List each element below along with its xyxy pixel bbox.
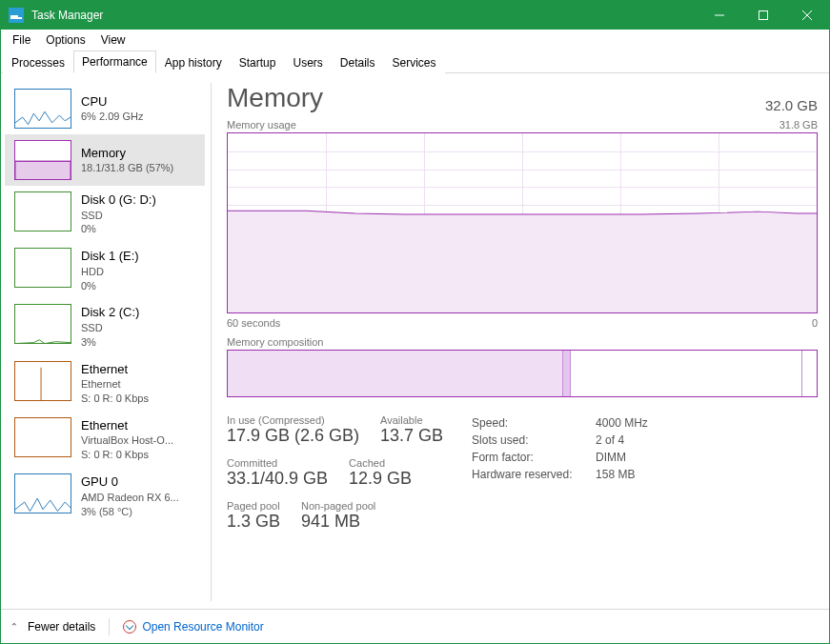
x-right: 0 <box>812 317 818 329</box>
committed-label: Committed <box>227 457 328 469</box>
detail-key: Hardware reserved: <box>472 466 596 483</box>
nonpaged-value: 941 MB <box>301 512 375 532</box>
sidebar-item-sub2: 0% <box>81 279 139 293</box>
menu-view[interactable]: View <box>93 31 133 49</box>
minigraph-icon <box>14 417 71 457</box>
detail-val: DIMM <box>596 449 626 466</box>
minigraph-icon <box>14 473 71 513</box>
tab-startup[interactable]: Startup <box>231 51 285 73</box>
inuse-label: In use (Compressed) <box>227 414 359 426</box>
page-title: Memory <box>227 83 323 113</box>
menu-options[interactable]: Options <box>38 31 92 49</box>
tab-services[interactable]: Services <box>384 51 445 73</box>
sidebar-item-sub2: 3% <box>81 335 139 350</box>
tab-app-history[interactable]: App history <box>156 51 231 73</box>
minimize-button[interactable] <box>698 1 741 30</box>
sidebar-item-disk-1-e-[interactable]: Disk 1 (E:) HDD 0% <box>5 242 205 298</box>
detail-key: Slots used: <box>472 432 596 449</box>
sidebar-item-title: Ethernet <box>81 361 149 378</box>
usage-label: Memory usage <box>227 119 296 131</box>
chevron-up-icon[interactable]: ⌄ <box>10 621 18 632</box>
resource-monitor-icon <box>123 620 136 634</box>
minigraph-icon <box>14 140 71 180</box>
menu-file[interactable]: File <box>5 31 38 49</box>
sidebar-item-title: Disk 0 (G: D:) <box>81 191 156 209</box>
sidebar-item-ethernet[interactable]: Ethernet Ethernet S: 0 R: 0 Kbps <box>5 355 205 412</box>
sidebar-item-sub2: S: 0 R: 0 Kbps <box>81 448 173 462</box>
sidebar-item-sub: VirtualBox Host-O... <box>81 433 173 448</box>
detail-val: 2 of 4 <box>596 432 624 449</box>
minigraph-icon <box>14 361 71 401</box>
minigraph-icon <box>14 304 71 344</box>
memory-details-table: Speed:4000 MHzSlots used:2 of 4Form fact… <box>472 414 648 532</box>
tab-users[interactable]: Users <box>284 51 331 73</box>
inuse-value: 17.9 GB (2.6 GB) <box>227 426 359 446</box>
minigraph-icon <box>14 248 71 288</box>
sidebar-item-title: GPU 0 <box>81 473 179 491</box>
app-icon <box>9 8 24 23</box>
avail-value: 13.7 GB <box>380 426 443 446</box>
sidebar-item-disk-2-c-[interactable]: Disk 2 (C:) SSD 3% <box>5 298 205 354</box>
maximize-button[interactable] <box>741 1 785 30</box>
sidebar-item-sub: SSD <box>81 209 156 223</box>
window-title: Task Manager <box>31 9 103 22</box>
tab-performance[interactable]: Performance <box>73 50 156 73</box>
close-button[interactable] <box>785 1 829 30</box>
divider <box>211 83 212 601</box>
sidebar-item-sub2: 0% <box>81 222 156 236</box>
sidebar-item-title: Disk 2 (C:) <box>81 304 139 321</box>
avail-label: Available <box>380 414 443 426</box>
sidebar-item-disk-0-g-d-[interactable]: Disk 0 (G: D:) SSD 0% <box>5 186 205 242</box>
titlebar[interactable]: Task Manager <box>1 1 829 30</box>
memory-usage-chart[interactable] <box>227 132 818 313</box>
minigraph-icon <box>14 89 71 129</box>
sidebar-item-sub2: 3% (58 °C) <box>81 505 179 519</box>
sidebar-item-title: Memory <box>81 145 173 162</box>
footer: ⌄ Fewer details Open Resource Monitor <box>1 609 829 643</box>
sidebar-item-title: Ethernet <box>81 417 173 434</box>
paged-label: Paged pool <box>227 500 280 512</box>
sidebar-item-sub2: S: 0 R: 0 Kbps <box>81 392 149 406</box>
cached-label: Cached <box>349 457 412 469</box>
sidebar-item-memory[interactable]: Memory 18.1/31.8 GB (57%) <box>5 134 205 186</box>
main-panel: Memory 32.0 GB Memory usage 31.8 GB 60 s… <box>221 83 818 601</box>
sidebar-item-ethernet[interactable]: Ethernet VirtualBox Host-O... S: 0 R: 0 … <box>5 412 205 468</box>
usage-max: 31.8 GB <box>779 119 818 131</box>
cached-value: 12.9 GB <box>349 469 412 489</box>
svg-rect-1 <box>759 11 768 20</box>
committed-value: 33.1/40.9 GB <box>227 469 328 489</box>
sidebar-item-title: CPU <box>81 93 143 111</box>
sidebar[interactable]: CPU 6% 2.09 GHz Memory 18.1/31.8 GB (57%… <box>5 83 205 601</box>
sidebar-item-sub: SSD <box>81 321 139 335</box>
detail-val: 158 MB <box>596 466 635 483</box>
comp-label: Memory composition <box>227 336 323 348</box>
sidebar-item-sub: 18.1/31.8 GB (57%) <box>81 161 173 175</box>
tabbar: Processes Performance App history Startu… <box>1 50 829 73</box>
memory-composition-chart[interactable] <box>227 350 818 397</box>
sidebar-item-sub: AMD Radeon RX 6... <box>81 491 179 505</box>
tab-details[interactable]: Details <box>332 51 384 73</box>
sidebar-item-title: Disk 1 (E:) <box>81 248 139 265</box>
paged-value: 1.3 GB <box>227 512 280 532</box>
nonpaged-label: Non-paged pool <box>301 500 375 512</box>
open-resource-monitor-link[interactable]: Open Resource Monitor <box>123 620 263 634</box>
sidebar-item-sub: Ethernet <box>81 377 149 392</box>
x-left: 60 seconds <box>227 317 280 329</box>
sidebar-item-cpu[interactable]: CPU 6% 2.09 GHz <box>5 83 205 134</box>
fewer-details-link[interactable]: Fewer details <box>28 620 95 634</box>
detail-key: Speed: <box>472 414 596 432</box>
svg-rect-4 <box>15 161 71 179</box>
tab-processes[interactable]: Processes <box>3 51 73 73</box>
sidebar-item-sub: HDD <box>81 265 139 279</box>
capacity: 32.0 GB <box>765 97 818 113</box>
menubar: File Options View <box>1 30 829 50</box>
detail-key: Form factor: <box>472 449 596 466</box>
sidebar-item-sub: 6% 2.09 GHz <box>81 110 143 124</box>
minigraph-icon <box>14 191 71 231</box>
sidebar-item-gpu-0[interactable]: GPU 0 AMD Radeon RX 6... 3% (58 °C) <box>5 468 205 524</box>
detail-val: 4000 MHz <box>596 414 648 432</box>
